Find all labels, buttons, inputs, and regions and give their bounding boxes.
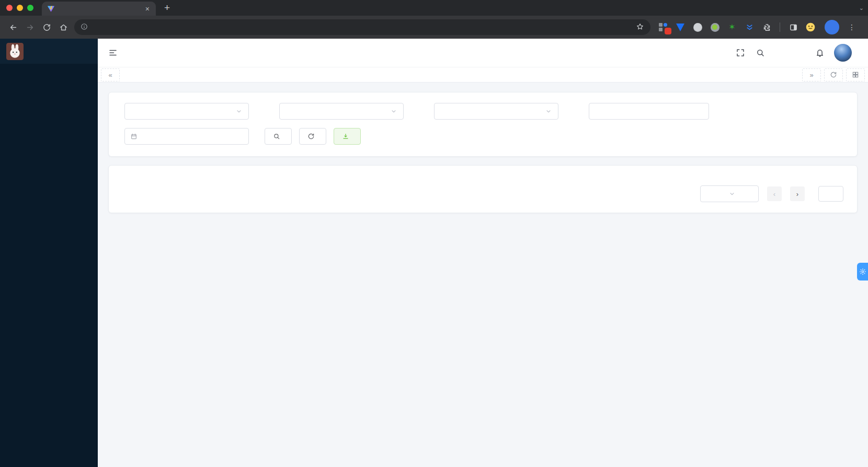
browser-tabstrip: × + ⌄ [0,0,868,16]
site-info-icon[interactable] [81,23,88,32]
browser-menu-icon[interactable]: ⋮ [846,23,858,31]
sidebar-submenu [0,64,98,467]
create-time-range-picker[interactable] [124,128,249,145]
gear-icon [859,268,866,275]
extension-green-star-icon[interactable]: ✶ [727,22,737,32]
extension-double-chevron-icon[interactable] [744,22,755,32]
extension-green-dot-icon[interactable] [710,22,720,32]
warehouse-select[interactable] [279,103,404,120]
extensions-area: ✶ ⋮ [656,20,863,34]
close-icon[interactable]: × [143,5,152,13]
type-select[interactable] [434,103,558,120]
chevron-down-icon [236,108,242,114]
calendar-icon [130,133,138,140]
page-content: ‹ › [98,83,868,467]
back-icon[interactable] [5,19,21,35]
page-size-select[interactable] [700,185,759,202]
app-header [98,39,868,67]
window-zoom-button[interactable] [27,5,33,11]
page-next-icon[interactable]: › [790,186,805,201]
extension-kite-icon[interactable] [675,22,686,32]
avatar[interactable] [834,44,852,62]
rabbit-logo-icon [6,43,24,60]
extensions-puzzle-icon[interactable] [761,22,772,32]
pagination: ‹ › [118,185,848,202]
notification-bell-icon[interactable] [811,44,829,62]
browser-update-button[interactable] [825,20,839,34]
quick-nav-grid-icon[interactable] [846,68,865,81]
home-icon[interactable] [55,19,71,35]
vite-logo-icon [47,5,55,13]
forward-icon[interactable] [22,19,38,35]
address-bar[interactable] [74,19,650,35]
chevron-down-icon [545,108,552,114]
divider [780,22,780,32]
profile-emoji-icon[interactable] [805,22,816,32]
page-prev-icon[interactable]: ‹ [767,186,782,201]
new-tab-button[interactable]: + [164,2,170,14]
screen: × + ⌄ ✶ ⋮ [0,0,868,467]
fullscreen-icon[interactable] [732,44,749,62]
browser-tab[interactable]: × [42,2,156,16]
extension-blocks-icon[interactable] [658,22,668,32]
theme-settings-button[interactable] [857,263,868,281]
tabstrip-chevron-icon[interactable]: ⌄ [859,5,864,11]
tags-scroll-left-icon[interactable]: « [101,68,120,81]
tags-scroll-right-icon[interactable]: » [802,68,821,81]
bookmark-star-icon[interactable] [636,22,644,32]
goto-page-input[interactable] [818,186,843,202]
sidebar [0,39,98,467]
header-actions [732,44,859,62]
window-controls [0,5,42,11]
biz-no-input[interactable] [589,103,709,120]
extension-gray-circle-icon[interactable] [692,22,703,32]
tags-refresh-icon[interactable] [824,68,843,81]
window-close-button[interactable] [6,5,13,11]
browser-navbar: ✶ ⋮ [0,16,868,39]
export-button[interactable] [334,128,361,145]
side-panel-icon[interactable] [788,22,798,32]
reset-button[interactable] [299,128,326,145]
table-card: ‹ › [108,165,858,213]
product-select[interactable] [124,103,249,120]
chevron-down-icon [729,191,735,197]
tags-view: « » [98,67,868,83]
chevron-down-icon [391,108,397,114]
reload-icon[interactable] [39,19,54,35]
extension-badge [665,28,671,34]
search-button[interactable] [265,128,292,145]
filter-card [108,92,858,157]
collapse-menu-icon[interactable] [104,44,122,62]
window-minimize-button[interactable] [17,5,23,11]
app-logo[interactable] [0,39,98,64]
search-icon[interactable] [751,44,769,62]
